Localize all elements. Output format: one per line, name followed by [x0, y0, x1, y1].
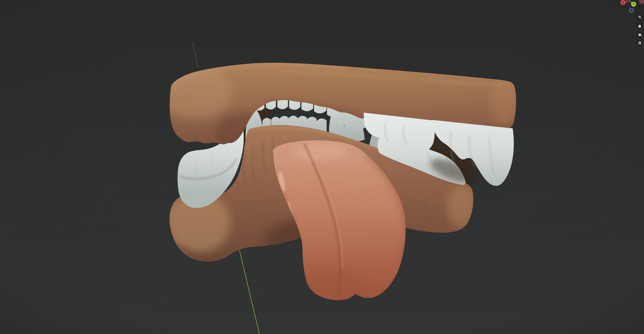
vignette	[0, 0, 644, 334]
toggle-projection-button[interactable]	[637, 40, 643, 46]
viewport-3d[interactable]: X Y	[0, 0, 644, 334]
gizmo-neg-x-ball[interactable]	[640, 0, 644, 4]
gizmo-x-label: X	[622, 1, 624, 4]
pan-button[interactable]	[637, 23, 643, 29]
zoom-button[interactable]	[637, 14, 643, 20]
gizmo-neg-z-ball[interactable]	[629, 8, 634, 13]
camera-view-button[interactable]	[637, 32, 643, 38]
gizmo-y-label: Y	[632, 3, 635, 6]
